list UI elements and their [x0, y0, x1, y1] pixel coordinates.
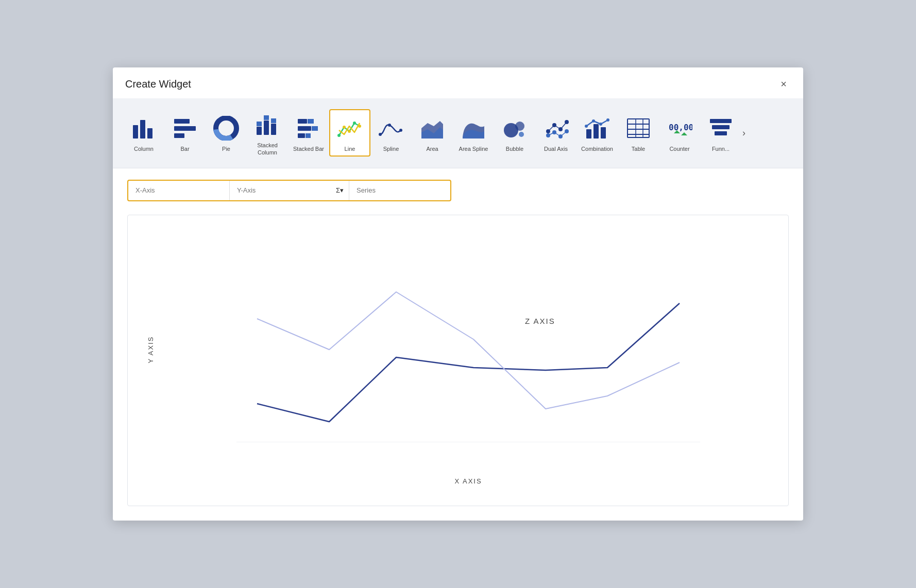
svg-point-20	[337, 134, 341, 137]
chart-type-stacked-bar[interactable]: Stacked Bar	[288, 109, 329, 157]
y-axis-input[interactable]	[230, 181, 331, 199]
column-icon	[131, 114, 157, 142]
svg-point-21	[343, 126, 346, 129]
svg-point-32	[519, 132, 524, 137]
svg-point-23	[353, 122, 356, 125]
chart-type-column[interactable]: Column	[123, 109, 164, 157]
svg-rect-5	[174, 133, 184, 138]
svg-point-31	[515, 122, 524, 131]
spline-label: Spline	[383, 145, 399, 152]
svg-rect-8	[257, 127, 262, 135]
svg-rect-17	[312, 126, 318, 131]
series-input[interactable]	[349, 181, 450, 199]
stacked-bar-icon	[296, 114, 321, 142]
close-button[interactable]: ×	[776, 77, 791, 91]
chart-type-bar[interactable]: Bar	[164, 109, 206, 157]
svg-rect-11	[264, 115, 269, 120]
counter-icon: 00,000	[667, 114, 692, 142]
dual-axis-label: Dual Axis	[544, 145, 568, 152]
svg-rect-49	[601, 127, 606, 139]
stacked-column-icon	[255, 111, 280, 139]
chart-type-combination[interactable]: Combination	[576, 109, 618, 157]
svg-point-22	[348, 130, 351, 133]
stacked-column-label: StackedColumn	[257, 142, 278, 157]
svg-rect-1	[140, 120, 145, 139]
bar-icon	[172, 114, 198, 142]
svg-point-26	[388, 124, 391, 127]
chart-types-bar: Column Bar Pie	[113, 98, 803, 168]
pie-label: Pie	[222, 145, 230, 152]
area-label: Area	[426, 145, 438, 152]
combination-icon	[584, 114, 610, 142]
dialog-header: Create Widget ×	[113, 67, 803, 98]
create-widget-dialog: Create Widget × Column	[113, 67, 803, 521]
chart-area: Y AXIS Z AXIS X AXIS	[113, 210, 803, 521]
combination-label: Combination	[581, 145, 613, 152]
bubble-icon	[502, 114, 528, 142]
svg-rect-2	[147, 128, 152, 139]
svg-rect-15	[308, 119, 314, 124]
svg-rect-47	[586, 129, 591, 139]
chart-type-funnel[interactable]: Funn...	[700, 109, 741, 157]
aggregate-button[interactable]: Σ▾	[331, 186, 349, 194]
svg-rect-63	[710, 119, 732, 123]
svg-rect-13	[271, 118, 276, 123]
svg-rect-0	[133, 125, 138, 139]
stacked-bar-label: Stacked Bar	[293, 145, 324, 152]
svg-rect-64	[712, 125, 730, 129]
x-axis-input[interactable]	[128, 181, 229, 199]
chart-type-area[interactable]: Area	[412, 109, 453, 157]
table-label: Table	[632, 145, 645, 152]
fields-row: Σ▾	[113, 168, 803, 210]
bar-label: Bar	[180, 145, 189, 152]
line-label: Line	[345, 145, 355, 152]
line-icon	[337, 114, 363, 142]
svg-rect-10	[264, 120, 269, 135]
svg-rect-4	[174, 126, 196, 131]
svg-rect-65	[715, 131, 727, 135]
chart-svg-container: Y AXIS Z AXIS	[159, 231, 778, 469]
scroll-right-button[interactable]: ›	[741, 126, 747, 141]
y-axis-label: Y AXIS	[147, 336, 155, 364]
svg-point-27	[399, 129, 402, 132]
chart-type-counter[interactable]: 00,000 Counter	[659, 109, 700, 157]
svg-text:00,000: 00,000	[669, 123, 692, 132]
counter-label: Counter	[669, 145, 689, 152]
chart-type-line[interactable]: Line	[329, 109, 370, 157]
svg-rect-19	[306, 133, 311, 138]
fields-container: Σ▾	[127, 180, 451, 201]
svg-rect-16	[298, 126, 311, 131]
chart-type-pie[interactable]: Pie	[206, 109, 247, 157]
svg-rect-48	[593, 124, 599, 139]
chart-wrapper: Y AXIS Z AXIS X AXIS	[127, 215, 789, 506]
svg-rect-12	[271, 124, 276, 135]
svg-point-50	[585, 125, 588, 128]
area-spline-icon	[461, 114, 486, 142]
svg-line-37	[548, 125, 554, 131]
z-axis-label: Z AXIS	[525, 317, 555, 325]
funnel-label: Funn...	[712, 145, 730, 152]
spline-icon	[378, 114, 404, 142]
svg-line-39	[561, 122, 567, 129]
chart-type-area-spline[interactable]: Area Spline	[453, 109, 494, 157]
chart-type-bubble[interactable]: Bubble	[494, 109, 535, 157]
svg-point-25	[379, 133, 382, 136]
dual-axis-icon	[543, 114, 569, 142]
svg-rect-14	[298, 119, 307, 124]
svg-line-46	[561, 131, 567, 136]
line-chart-svg: Z AXIS	[159, 257, 778, 442]
svg-point-51	[592, 119, 595, 123]
chart-type-dual-axis[interactable]: Dual Axis	[535, 109, 576, 157]
svg-point-52	[599, 123, 602, 126]
chart-type-stacked-column[interactable]: StackedColumn	[247, 106, 288, 161]
x-axis-label: X AXIS	[454, 477, 482, 485]
chart-type-table[interactable]: Table	[618, 109, 659, 157]
pie-icon	[213, 114, 239, 142]
svg-rect-3	[174, 119, 190, 124]
svg-rect-18	[298, 133, 305, 138]
chart-type-spline[interactable]: Spline	[370, 109, 412, 157]
svg-point-53	[606, 118, 609, 122]
svg-marker-62	[681, 132, 687, 135]
svg-line-45	[554, 132, 561, 136]
svg-line-38	[554, 125, 561, 129]
